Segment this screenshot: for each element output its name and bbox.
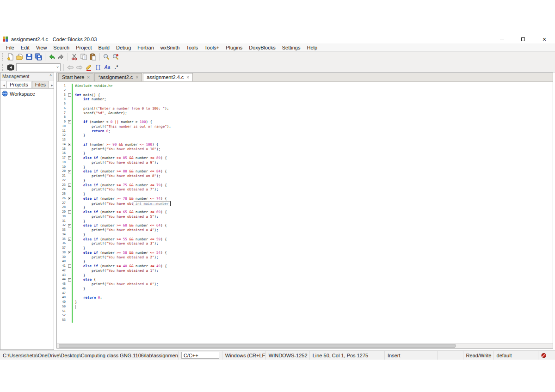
menu-doxyblocks[interactable]: DoxyBlocks <box>246 43 278 51</box>
toolbar-grip[interactable] <box>2 53 4 61</box>
fold-marker[interactable] <box>68 238 71 241</box>
scroll-tabs-right-icon[interactable]: ► <box>49 84 55 88</box>
code-line[interactable]: 15 printf("You have obtained a 10"); <box>57 147 553 152</box>
selected-text-only-button[interactable] <box>93 63 103 72</box>
code-line[interactable]: 32 else if (number >= 60 && number <= 64… <box>57 223 553 228</box>
menu-tools[interactable]: Tools <box>183 43 201 51</box>
code-line[interactable]: 1#include <stdio.h> <box>57 84 553 88</box>
autocomplete-popup[interactable]: int main::number <box>134 201 170 207</box>
menu-fortran[interactable]: Fortran <box>134 43 157 51</box>
close-button[interactable]: × <box>534 35 555 43</box>
fold-marker[interactable] <box>68 170 71 173</box>
incremental-search-input[interactable]: ˅ <box>16 63 61 71</box>
save-all-button[interactable] <box>34 52 43 61</box>
workspace-tree-item[interactable]: Workspace <box>0 89 54 98</box>
replace-button[interactable] <box>111 52 120 61</box>
code-line[interactable]: 19 } <box>57 165 553 170</box>
code-line[interactable]: 34 } <box>57 233 553 237</box>
code-line[interactable]: 27 printf("You have obtint main::number <box>57 201 553 206</box>
fold-marker[interactable] <box>68 224 71 227</box>
code-line[interactable]: 28 } <box>57 205 553 210</box>
code-line[interactable]: 26 else if (number >= 70 && number <= 74… <box>57 196 553 201</box>
management-tab-files[interactable]: Files <box>32 81 49 88</box>
menu-help[interactable]: Help <box>303 43 321 51</box>
code-line[interactable]: 53 <box>57 318 553 323</box>
fold-marker[interactable] <box>68 278 71 282</box>
editor-tab--assignment2.c[interactable]: *assignment2.c× <box>94 73 142 81</box>
undo-button[interactable] <box>47 52 56 61</box>
scroll-tabs-left-icon[interactable]: ◄ <box>1 84 6 88</box>
menu-plugins[interactable]: Plugins <box>222 43 246 51</box>
menu-search[interactable]: Search <box>50 43 73 51</box>
menu-wxsmith[interactable]: wxSmith <box>157 43 183 51</box>
code-line[interactable]: 43 } <box>57 273 553 278</box>
code-line[interactable]: 23 else if (number >= 75 && number <= 79… <box>57 183 553 188</box>
code-line[interactable]: 16 } <box>57 151 553 156</box>
fold-marker[interactable] <box>68 251 71 254</box>
tab-close-icon[interactable]: × <box>136 75 138 80</box>
fold-marker[interactable] <box>68 210 71 214</box>
code-line[interactable]: 31 } <box>57 219 553 224</box>
toolbar-grip[interactable] <box>2 64 4 71</box>
code-line[interactable]: 21 printf("You have obtained an 8"); <box>57 174 553 178</box>
code-line[interactable]: 30 printf("You have obtained a 5"); <box>57 214 553 219</box>
fold-marker[interactable] <box>68 197 71 200</box>
redo-button[interactable] <box>56 52 66 61</box>
menu-debug[interactable]: Debug <box>113 43 134 51</box>
code-line[interactable]: 48 return 0; <box>57 295 553 300</box>
menu-build[interactable]: Build <box>95 43 112 51</box>
code-line[interactable]: 45 printf("You have obtained a 0"); <box>57 282 553 287</box>
code-line[interactable]: 3int main() { <box>57 93 553 98</box>
code-line[interactable]: 11 return 0; <box>57 129 553 134</box>
code-line[interactable]: 6 printf("Enter a number from 0 to 100: … <box>57 106 553 111</box>
code-line[interactable]: 2 <box>57 88 553 93</box>
menu-project[interactable]: Project <box>73 43 95 51</box>
code-line[interactable]: 20 else if (number >= 80 && number <= 84… <box>57 169 553 174</box>
open-file-button[interactable] <box>15 52 25 61</box>
code-line[interactable]: 29 else if (number >= 65 && number <= 69… <box>57 210 553 214</box>
maximize-button[interactable] <box>512 35 534 43</box>
code-line[interactable]: 40 } <box>57 259 553 264</box>
code-line[interactable]: 36 printf("You have obtained a 3"); <box>57 241 553 246</box>
code-line[interactable]: 47 <box>57 291 553 296</box>
code-line[interactable]: 44 else { <box>57 277 553 282</box>
code-line[interactable]: 4 int number; <box>57 97 553 102</box>
fold-marker[interactable] <box>68 264 71 268</box>
copy-button[interactable] <box>79 52 88 61</box>
management-tab-projects[interactable]: Projects <box>6 81 31 88</box>
code-line[interactable]: 8 <box>57 115 553 120</box>
cut-button[interactable] <box>70 52 79 61</box>
code-line[interactable]: 41 else if (number >= 40 && number <= 49… <box>57 264 553 269</box>
code-line[interactable]: 39 printf("You have obtained a 2"); <box>57 255 553 260</box>
fold-marker[interactable] <box>68 184 71 187</box>
scrollbar-thumb[interactable] <box>59 344 456 348</box>
highlight-occurrences-button[interactable] <box>84 63 93 72</box>
find-button[interactable] <box>102 52 111 61</box>
code-line[interactable]: 38 else if (number >= 50 && number <= 54… <box>57 251 553 255</box>
code-line[interactable]: 50 <box>57 305 553 309</box>
regex-button[interactable]: .* <box>112 63 121 72</box>
save-button[interactable] <box>25 52 34 61</box>
code-line[interactable]: 9 if (number < 0 || number > 100) { <box>57 120 553 124</box>
horizontal-scrollbar[interactable] <box>57 343 553 348</box>
fold-marker[interactable] <box>68 120 71 123</box>
code-line[interactable]: 46 } <box>57 287 553 291</box>
tab-close-icon[interactable]: × <box>186 75 189 80</box>
code-line[interactable]: 52 <box>57 313 553 318</box>
code-line[interactable]: 5 <box>57 102 553 106</box>
code-line[interactable]: 24 printf("You have obtained a 7"); <box>57 187 553 192</box>
code-line[interactable]: 37 } <box>57 246 553 251</box>
minimize-button[interactable] <box>491 35 512 43</box>
code-line[interactable]: 14 if (number >= 90 && number <= 100) { <box>57 142 553 147</box>
editor-tab-assignment2.4.c[interactable]: assignment2.4.c× <box>143 73 193 81</box>
next-result-button[interactable] <box>75 63 84 72</box>
collapse-panel-button[interactable]: ^ <box>49 74 52 79</box>
menu-settings[interactable]: Settings <box>279 43 304 51</box>
code-line[interactable]: 18 printf("You have obtained a 9"); <box>57 160 553 165</box>
editor-tab-start-here[interactable]: Start here× <box>58 73 93 81</box>
paste-button[interactable] <box>88 52 98 61</box>
code-line[interactable]: 42 printf("You have obtained a 1"); <box>57 269 553 273</box>
previous-result-button[interactable] <box>66 63 75 72</box>
code-line[interactable]: 17 else if (number >= 85 && number <= 89… <box>57 156 553 160</box>
code-line[interactable]: 33 printf("You have obtained a 4"); <box>57 228 553 233</box>
